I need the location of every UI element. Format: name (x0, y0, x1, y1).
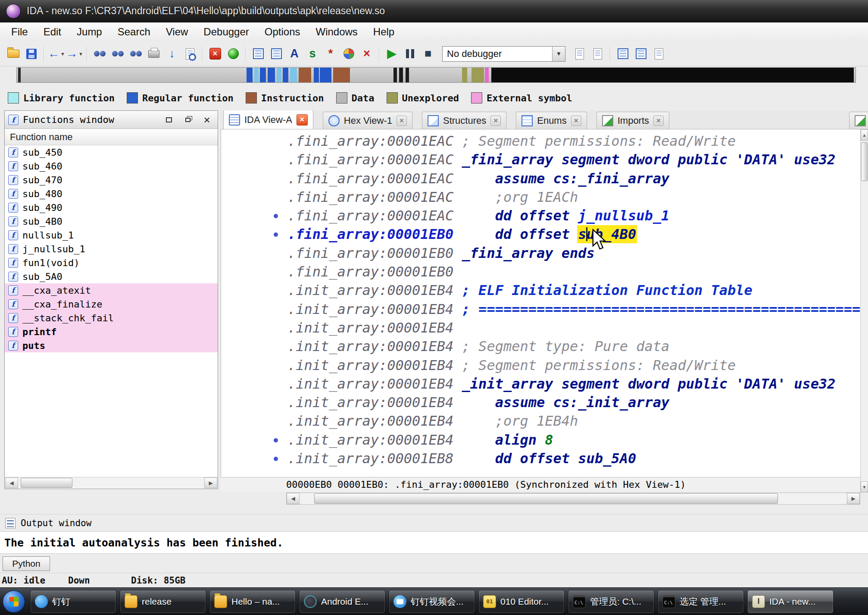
menu-options[interactable]: Options (257, 22, 308, 41)
tools-icon[interactable]: * (322, 45, 340, 63)
colors-icon[interactable] (340, 45, 358, 63)
open-icon[interactable] (4, 45, 22, 63)
close-button[interactable]: × (200, 114, 214, 126)
disassembly-line[interactable]: .fini_array:00001EAC assume cs:_fini_arr… (221, 169, 860, 188)
scrollbar-thumb[interactable] (314, 493, 778, 504)
function-list-item[interactable]: fsub_470 (5, 173, 218, 187)
close-icon[interactable]: × (397, 116, 407, 126)
disassembly-line[interactable]: .fini_array:00001EB0 dd offset sub_4B0 (221, 225, 860, 244)
stop-process-icon[interactable]: ■ (419, 45, 437, 63)
start-button[interactable] (3, 590, 25, 613)
debug-view-icon[interactable] (267, 45, 285, 63)
disassembly-line[interactable]: .init_array:00001EB4 ;org 1EB4h (221, 412, 860, 430)
disassembly-line[interactable]: .fini_array:00001EAC ;org 1EACh (221, 188, 860, 207)
function-list-item[interactable]: fsub_460 (5, 159, 218, 173)
menu-help[interactable]: Help (365, 22, 402, 41)
rename-icon[interactable]: A (285, 45, 303, 63)
disassembly-line[interactable]: .init_array:00001EB4 _init_array segment… (221, 375, 860, 393)
disassembly-line[interactable]: .init_array:00001EB4 ; Segment permissio… (221, 356, 860, 375)
functions-horizontal-scrollbar[interactable]: ◀ ▶ (5, 477, 217, 488)
disassembly-line[interactable]: .fini_array:00001EAC _fini_array segment… (221, 151, 860, 169)
search-text-icon[interactable] (91, 45, 109, 63)
forward-icon[interactable]: →▼ (66, 45, 84, 63)
function-list-item[interactable]: fsub_480 (5, 187, 218, 201)
output-window-header[interactable]: Output window (0, 514, 868, 531)
function-list-item[interactable]: fsub_450 (5, 145, 218, 159)
close-icon[interactable]: × (571, 116, 581, 126)
taskbar-item-hello-na[interactable]: Hello – na... (209, 590, 296, 613)
function-list-item[interactable]: fj_nullsub_1 (5, 242, 218, 256)
save-icon[interactable] (22, 45, 41, 63)
function-list-item[interactable]: fprintf (5, 325, 218, 339)
taskbar-item[interactable]: 钉钉 (30, 590, 116, 613)
menu-debugger[interactable]: Debugger (196, 22, 256, 41)
function-list-item[interactable]: f__stack_chk_fail (5, 311, 218, 325)
tab-hex-view-1[interactable]: Hex View-1× (323, 112, 412, 129)
delete-icon[interactable]: × (358, 45, 376, 63)
chevron-down-icon[interactable]: ▼ (552, 47, 565, 61)
start-process-icon[interactable]: ▶ (383, 45, 401, 63)
breakpoint-list-icon[interactable] (249, 45, 267, 63)
disassembly-line[interactable]: .init_array:00001EB8 dd offset sub_5A0 (221, 449, 860, 468)
disassembly-view[interactable]: .fini_array:00001EAC ; Segment permissio… (221, 129, 860, 477)
disassembly-line[interactable]: .init_array:00001EB4 (221, 319, 860, 337)
scrollbar-thumb[interactable] (861, 142, 868, 181)
scroll-right-icon[interactable]: ▶ (204, 477, 217, 488)
menu-file[interactable]: File (3, 22, 36, 41)
disassembly-line[interactable]: .init_array:00001EB4 ; =================… (221, 300, 860, 319)
function-list-item[interactable]: fputs (5, 339, 218, 352)
calculator-icon[interactable] (632, 45, 650, 63)
search-doc-icon[interactable] (181, 45, 199, 63)
disassembly-line[interactable]: .init_array:00001EB4 ; Segment type: Pur… (221, 337, 860, 356)
print-icon[interactable] (145, 45, 163, 63)
taskbar-item-010-editor[interactable]: 010 Editor... (478, 590, 565, 613)
maximize-button[interactable] (162, 114, 176, 126)
function-list-item[interactable]: fsub_490 (5, 201, 218, 214)
taskbar-item-android-e[interactable]: Android E... (299, 590, 385, 613)
debugger-select[interactable]: No debugger ▼ (442, 46, 565, 62)
close-icon[interactable]: × (490, 116, 501, 126)
script-command-icon[interactable] (650, 45, 668, 63)
tab-enums[interactable]: Enums× (516, 112, 587, 129)
close-icon[interactable]: × (297, 114, 308, 126)
function-list-item[interactable]: f__cxa_atexit (5, 283, 218, 297)
taskbar-item-release[interactable]: release (120, 590, 206, 613)
windows-list-icon[interactable] (614, 45, 632, 63)
disassembly-line[interactable]: .fini_array:00001EAC ; Segment permissio… (221, 132, 860, 151)
menu-edit[interactable]: Edit (36, 22, 69, 41)
pause-process-icon[interactable] (401, 45, 419, 63)
float-button[interactable] (181, 114, 195, 126)
tab-ida-view-a[interactable]: IDA View-A× (223, 110, 313, 129)
menu-view[interactable]: View (158, 22, 196, 41)
disassembly-horizontal-scrollbar[interactable]: ◀ ▶ (286, 493, 860, 505)
stop-analysis-icon[interactable]: × (206, 45, 224, 63)
disassembly-line[interactable]: .init_array:00001EB4 align 8 (221, 431, 860, 449)
scroll-up-icon[interactable]: ▲ (861, 129, 868, 141)
tab-partial[interactable] (849, 112, 868, 129)
taskbar-item-c[interactable]: 管理员: C:\... (568, 590, 654, 613)
function-list-item[interactable]: fnullsub_1 (5, 228, 218, 242)
scroll-left-icon[interactable]: ◀ (287, 493, 300, 504)
functions-window-titlebar[interactable]: f Functions window × (5, 111, 218, 129)
disassembly-line[interactable]: .fini_array:00001EB0 (221, 263, 860, 281)
function-list-item[interactable]: f__cxa_finalize (5, 297, 218, 311)
detach-from-process-icon[interactable] (589, 45, 607, 63)
python-button[interactable]: Python (3, 556, 50, 571)
taskbar-item[interactable]: 选定 管理... (658, 590, 744, 613)
scrollbar-track[interactable] (300, 493, 847, 504)
function-list-item[interactable]: fsub_4B0 (5, 214, 218, 228)
function-name-column-header[interactable]: Function name (5, 129, 218, 145)
jump-down-icon[interactable]: ↓ (163, 45, 181, 63)
scroll-down-icon[interactable]: ▼ (861, 481, 868, 493)
scrollbar-thumb[interactable] (21, 478, 72, 488)
back-icon[interactable]: ←▼ (47, 45, 66, 63)
menu-search[interactable]: Search (110, 22, 158, 41)
menu-windows[interactable]: Windows (308, 22, 365, 41)
taskbar-item-ida-new[interactable]: IDA - new... (747, 590, 834, 613)
search-binary-icon[interactable] (109, 45, 127, 63)
disassembly-line[interactable]: .init_array:00001EB4 ; ELF Initializatio… (221, 281, 860, 300)
scroll-left-icon[interactable]: ◀ (5, 477, 18, 488)
disassembly-line[interactable]: .fini_array:00001EAC dd offset j_nullsub… (221, 207, 860, 225)
analysis-indicator-icon[interactable] (224, 45, 242, 63)
close-icon[interactable]: × (653, 116, 664, 126)
